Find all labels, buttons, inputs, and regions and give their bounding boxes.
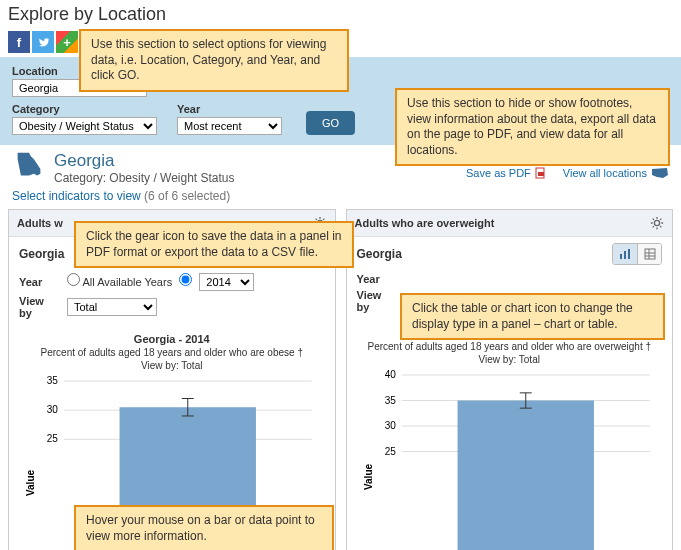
view-all-locations-link[interactable]: View all locations <box>563 167 669 179</box>
svg-rect-23 <box>624 251 626 259</box>
chart-right: 25303540Value <box>355 369 665 550</box>
table-icon <box>644 248 656 260</box>
chart-title-left: Georgia - 2014 <box>17 333 327 345</box>
location-category: Category: Obesity / Weight Status <box>54 171 458 185</box>
callout-hover: Hover your mouse on a bar or data point … <box>74 505 334 550</box>
twitter-icon[interactable] <box>32 31 54 53</box>
svg-text:30: 30 <box>384 420 396 431</box>
select-indicators-link[interactable]: Select indicators to view (6 of 6 select… <box>0 189 681 209</box>
svg-rect-1 <box>538 172 544 176</box>
chart-subtitle-right: Percent of adults aged 18 years and olde… <box>355 341 665 352</box>
year-row-label-right: Year <box>357 273 397 285</box>
viewby-select-panel[interactable]: Total <box>67 298 157 316</box>
panel-title-left: Adults w <box>17 217 63 229</box>
svg-text:Value: Value <box>362 464 373 491</box>
page-title: Explore by Location <box>0 0 681 29</box>
panel-overweight: Adults who are overweight Georgia Year <box>346 209 674 550</box>
pdf-icon <box>535 167 547 179</box>
facebook-icon[interactable]: f <box>8 31 30 53</box>
year-select[interactable]: Most recent <box>177 117 282 135</box>
save-pdf-link[interactable]: Save as PDF <box>466 167 547 179</box>
chart-subtitle-left: Percent of adults aged 18 years and olde… <box>17 347 327 358</box>
chart-viewby-right: View by: Total <box>355 354 665 365</box>
year-label: Year <box>177 103 282 115</box>
svg-rect-22 <box>620 254 622 259</box>
all-years-radio[interactable]: All Available Years <box>67 276 172 288</box>
georgia-state-icon <box>12 151 46 177</box>
table-toggle-button[interactable] <box>637 244 661 264</box>
svg-text:35: 35 <box>384 395 396 406</box>
svg-point-21 <box>654 220 659 225</box>
us-map-icon <box>651 167 669 179</box>
category-label: Category <box>12 103 157 115</box>
viewby-row-label: View by <box>19 295 59 319</box>
svg-rect-25 <box>645 249 655 259</box>
single-year-radio[interactable] <box>179 276 192 288</box>
gear-icon[interactable] <box>650 216 664 230</box>
bar-chart-icon <box>619 248 631 260</box>
chart-toggle-button[interactable] <box>613 244 637 264</box>
year-select-panel[interactable]: 2014 <box>199 273 254 291</box>
panel-title-right: Adults who are overweight <box>355 217 495 229</box>
svg-rect-24 <box>628 249 630 259</box>
year-row-label: Year <box>19 276 59 288</box>
svg-text:25: 25 <box>47 433 59 444</box>
indicator-count: (6 of 6 selected) <box>144 189 230 203</box>
category-select[interactable]: Obesity / Weight Status <box>12 117 157 135</box>
go-button[interactable]: GO <box>306 111 355 135</box>
addthis-icon[interactable]: + <box>56 31 78 53</box>
svg-text:40: 40 <box>384 369 396 380</box>
viewby-row-label-right: View by <box>357 289 397 313</box>
panel-location-left: Georgia <box>19 247 64 261</box>
callout-toggle: Click the table or chart icon to change … <box>400 293 665 340</box>
callout-filters: Use this section to select options for v… <box>79 29 349 92</box>
callout-header-links: Use this section to hide or show footnot… <box>395 88 670 166</box>
svg-rect-38 <box>457 401 593 551</box>
svg-text:35: 35 <box>47 375 59 386</box>
svg-text:Value: Value <box>25 470 36 497</box>
callout-gear: Click the gear icon to save the data in … <box>74 221 354 268</box>
chart-viewby-left: View by: Total <box>17 360 327 371</box>
panel-location-right: Georgia <box>357 247 402 261</box>
svg-text:30: 30 <box>47 404 59 415</box>
svg-text:25: 25 <box>384 446 396 457</box>
